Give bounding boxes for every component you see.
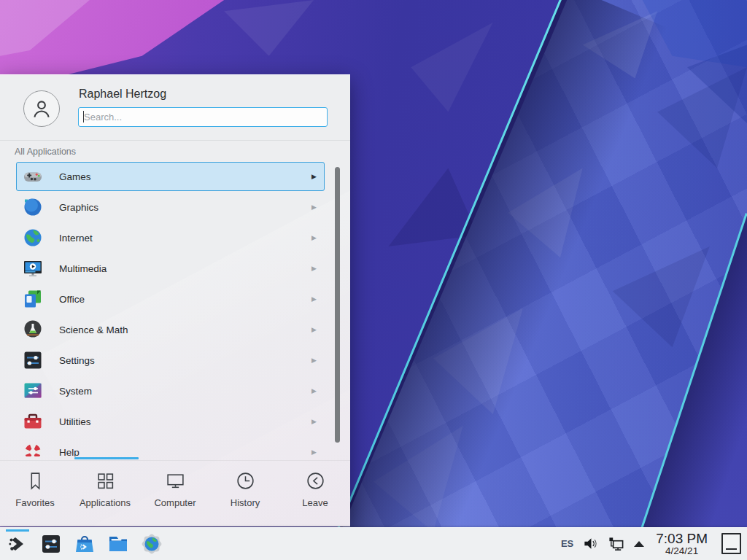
category-row-system[interactable]: System ▶ (16, 376, 325, 405)
science-icon (23, 319, 43, 340)
keyboard-layout-indicator[interactable]: ES (561, 538, 573, 549)
tab-label: Leave (302, 497, 328, 508)
category-label: Utilities (59, 416, 91, 427)
tab-history[interactable]: History (210, 461, 280, 526)
application-launcher-panel: Raphael Hertzog All Applications (0, 74, 350, 526)
favorites-icon (26, 471, 45, 491)
graphics-icon (23, 197, 43, 217)
category-label: Graphics (59, 202, 98, 213)
multimedia-icon (23, 258, 43, 279)
search-input[interactable] (78, 107, 328, 127)
user-name: Raphael Hertzog (79, 88, 166, 101)
category-row-internet[interactable]: Internet ▶ (16, 223, 325, 252)
category-row-help[interactable]: Help ▶ (16, 438, 325, 456)
search-field-wrap (78, 107, 328, 127)
submenu-arrow-icon: ▶ (311, 234, 317, 241)
system-settings-icon (40, 533, 62, 555)
submenu-arrow-icon: ▶ (311, 418, 317, 425)
tab-label: Applications (80, 497, 131, 508)
category-row-office[interactable]: Office ▶ (16, 284, 325, 314)
category-row-games[interactable]: Games ▶ (16, 162, 325, 191)
text-caret (83, 111, 84, 122)
file-manager-button[interactable] (107, 529, 130, 559)
submenu-arrow-icon: ▶ (311, 387, 317, 394)
discover-button[interactable] (73, 529, 96, 559)
category-list: Games ▶ Graphics ▶ (16, 162, 325, 456)
category-label: Internet (59, 233, 93, 244)
tab-leave[interactable]: Leave (280, 461, 350, 526)
expand-tray-arrow-icon[interactable] (634, 541, 644, 547)
tab-label: History (231, 497, 260, 508)
utilities-icon (23, 411, 43, 432)
submenu-arrow-icon: ▶ (311, 203, 317, 211)
system-settings-button[interactable] (39, 529, 63, 559)
category-label: Multimedia (59, 263, 107, 274)
taskbar-panel: ES 7:03 PM 4/24/21 (0, 527, 747, 560)
category-label: Settings (59, 355, 95, 366)
category-row-graphics[interactable]: Graphics ▶ (16, 192, 325, 222)
volume-icon[interactable] (583, 536, 598, 551)
kde-launcher-button[interactable] (6, 529, 29, 559)
category-label: Help (59, 447, 80, 457)
digital-clock[interactable]: 7:03 PM 4/24/21 (656, 532, 708, 556)
help-icon (23, 442, 43, 456)
office-icon (23, 289, 43, 309)
clock-date: 4/24/21 (665, 546, 698, 556)
games-icon (23, 166, 43, 187)
submenu-arrow-icon: ▶ (311, 173, 317, 180)
submenu-arrow-icon: ▶ (311, 357, 317, 364)
user-avatar (23, 90, 60, 127)
tab-label: Favorites (15, 497, 54, 508)
category-row-multimedia[interactable]: Multimedia ▶ (16, 254, 325, 283)
leave-icon (306, 471, 325, 491)
submenu-arrow-icon: ▶ (311, 448, 317, 456)
internet-icon (23, 228, 43, 248)
scroll-position-indicator (74, 457, 139, 459)
submenu-arrow-icon: ▶ (311, 295, 317, 303)
category-row-utilities[interactable]: Utilities ▶ (16, 407, 325, 436)
category-label: System (59, 386, 92, 397)
show-desktop-widget[interactable] (721, 533, 741, 554)
web-browser-icon (141, 533, 163, 555)
launcher-tabbar: Favorites Applications C (0, 460, 350, 526)
network-icon[interactable] (608, 536, 624, 552)
discover-icon (74, 533, 96, 555)
tab-computer[interactable]: Computer (140, 461, 210, 526)
tab-favorites[interactable]: Favorites (0, 461, 70, 526)
category-label: Games (59, 171, 91, 182)
section-label: All Applications (15, 147, 76, 157)
tab-label: Computer (154, 497, 196, 508)
computer-icon (166, 471, 185, 491)
submenu-arrow-icon: ▶ (311, 265, 317, 272)
system-tray: ES 7:03 PM 4/24/21 (561, 532, 747, 556)
kde-launcher-icon (7, 533, 28, 555)
settings-icon (23, 350, 43, 370)
clock-time: 7:03 PM (656, 532, 708, 545)
web-browser-button[interactable] (140, 529, 163, 559)
list-scrollbar-thumb[interactable] (335, 167, 340, 443)
category-row-settings[interactable]: Settings ▶ (16, 346, 325, 375)
system-icon (23, 381, 43, 401)
active-task-indicator (6, 529, 29, 532)
category-row-science[interactable]: Science & Math ▶ (16, 315, 325, 344)
person-icon (29, 96, 54, 121)
category-label: Science & Math (59, 324, 128, 335)
header-separator (0, 140, 350, 141)
taskbar-apps (0, 529, 163, 559)
submenu-arrow-icon: ▶ (311, 326, 317, 333)
history-icon (236, 471, 255, 491)
applications-icon (96, 471, 115, 491)
file-manager-icon (107, 533, 129, 555)
category-label: Office (59, 294, 85, 305)
tab-applications[interactable]: Applications (70, 461, 140, 526)
